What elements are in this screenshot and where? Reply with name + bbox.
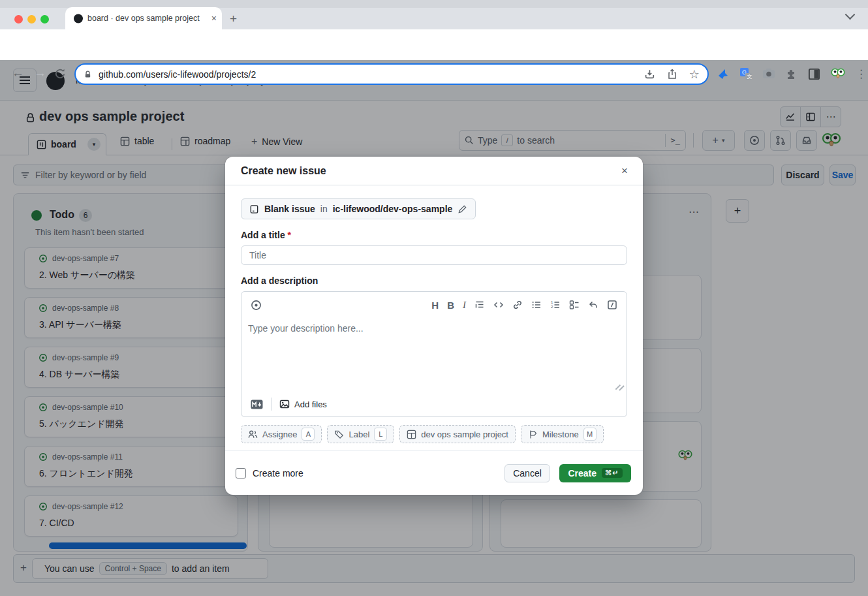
browser-tab-strip: board · dev ops sample project × + [0, 0, 868, 29]
description-placeholder[interactable]: Type your description here... [241, 318, 627, 339]
tab-search-chevron-icon[interactable] [845, 10, 856, 20]
dialog-body: Blank issue in ic-lifewood/dev-ops-sampl… [225, 185, 643, 443]
repo-picker-button[interactable]: Blank issue in ic-lifewood/dev-ops-sampl… [241, 198, 476, 219]
extensions-puzzle-icon[interactable] [785, 67, 798, 80]
divider [271, 398, 271, 411]
project-pill[interactable]: dev ops sample project [399, 425, 516, 443]
editor-footer: Add files [241, 392, 627, 416]
italic-icon[interactable]: I [463, 300, 466, 311]
share-icon[interactable] [667, 69, 677, 80]
slash-commands-icon[interactable] [607, 300, 617, 310]
tab-title: board · dev ops sample project [87, 14, 208, 23]
browser-menu-icon[interactable]: ⋮ [856, 67, 867, 81]
window-minimize-button[interactable] [27, 15, 36, 24]
project-icon [407, 430, 416, 439]
cancel-button[interactable]: Cancel [504, 464, 550, 482]
dialog-header: Create new issue × [225, 157, 643, 185]
back-button[interactable]: ← [12, 66, 24, 80]
close-button[interactable]: × [614, 161, 635, 181]
reload-button[interactable] [54, 68, 66, 80]
people-icon [248, 430, 258, 439]
extensions-row: G 文 ⋮ [717, 66, 867, 82]
split-view-extension-icon[interactable] [808, 68, 820, 80]
dialog-footer: Create more Cancel Create ⌘↵ [225, 450, 643, 495]
milestone-icon [528, 430, 538, 439]
repo-picker-in: in [320, 204, 328, 214]
shortcut-keycap: M [583, 428, 597, 441]
lock-icon [84, 70, 92, 79]
blank-issue-label: Blank issue [264, 204, 315, 214]
unordered-list-icon[interactable] [531, 300, 542, 310]
pencil-icon [457, 204, 467, 214]
create-more-label: Create more [253, 468, 303, 478]
github-favicon [73, 13, 84, 24]
create-button[interactable]: Create ⌘↵ [559, 464, 631, 482]
forward-button[interactable]: → [34, 66, 46, 80]
dialog-title: Create new issue [241, 165, 614, 177]
add-files-button[interactable]: Add files [294, 400, 327, 409]
markdown-icon [251, 400, 263, 409]
note-icon [249, 204, 259, 214]
browser-toolbar: ← → github.com/users/ic-lifewood/project… [0, 29, 868, 60]
url-bar[interactable]: github.com/users/ic-lifewood/projects/2 … [74, 63, 709, 85]
bold-icon[interactable]: B [447, 300, 454, 311]
camera-extension-icon[interactable] [762, 67, 775, 80]
issue-title-input[interactable] [241, 245, 627, 265]
link-icon[interactable] [512, 300, 523, 310]
pill-label: Assignee [262, 430, 297, 439]
resize-handle[interactable] [614, 381, 625, 391]
preview-icon[interactable] [251, 300, 262, 311]
title-label: Add a title * [241, 230, 627, 240]
description-label: Add a description [241, 275, 627, 286]
shortcut-keycap: L [374, 428, 387, 441]
url-text: github.com/users/ic-lifewood/projects/2 [99, 69, 644, 80]
screen: ic-lifewood / Projects / dev ops sample … [0, 0, 868, 596]
create-button-label: Create [568, 468, 597, 478]
heading-icon[interactable]: H [431, 300, 439, 311]
ordered-list-icon[interactable]: 12 [550, 300, 561, 310]
quote-icon[interactable] [474, 300, 485, 310]
milestone-pill[interactable]: Milestone M [521, 425, 604, 443]
repo-name: ic-lifewood/dev-ops-sample [333, 204, 453, 214]
create-issue-dialog: Create new issue × Blank issue in ic-lif… [225, 157, 643, 495]
window-close-button[interactable] [14, 15, 23, 24]
new-tab-button[interactable]: + [230, 12, 237, 25]
install-icon[interactable] [644, 69, 655, 80]
window-zoom-button[interactable] [40, 15, 49, 24]
svg-text:1: 1 [551, 300, 553, 304]
pill-label: Label [349, 430, 369, 439]
tasklist-icon[interactable] [569, 300, 580, 310]
saved-replies-icon[interactable] [588, 300, 598, 310]
translate-extension-icon[interactable]: G 文 [739, 67, 752, 80]
image-icon [279, 399, 290, 409]
pill-label: dev ops sample project [421, 430, 508, 439]
code-icon[interactable] [493, 300, 504, 310]
bookmark-star-icon[interactable]: ☆ [689, 67, 700, 82]
extension-arrow-icon[interactable] [717, 67, 730, 80]
create-more-checkbox[interactable] [236, 468, 246, 478]
assignee-pill[interactable]: Assignee A [241, 425, 322, 443]
label-pill[interactable]: Label L [327, 425, 394, 443]
metadata-pills: Assignee A Label L dev ops s [241, 425, 627, 443]
shortcut-keycap: A [302, 428, 315, 441]
goofy-face-extension-icon[interactable] [830, 66, 846, 82]
editor-toolbar: H B I [241, 292, 627, 318]
svg-text:2: 2 [551, 305, 553, 309]
browser-tab[interactable]: board · dev ops sample project × [65, 7, 222, 29]
pill-label: Milestone [542, 430, 579, 439]
svg-text:文: 文 [747, 74, 752, 80]
tab-close-icon[interactable]: × [211, 13, 217, 24]
cmd-enter-shortcut: ⌘↵ [602, 468, 622, 478]
required-asterisk: * [288, 230, 291, 240]
tag-icon [334, 430, 344, 439]
markdown-editor: H B I [241, 291, 627, 417]
